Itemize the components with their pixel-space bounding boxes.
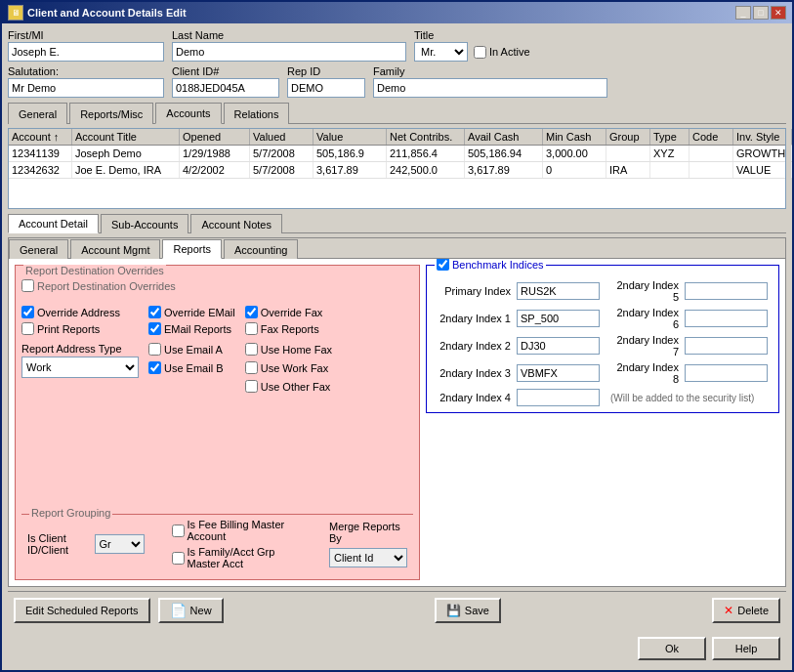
inner-tab-account-notes[interactable]: Account Notes xyxy=(190,214,282,233)
maximize-button[interactable]: □ xyxy=(753,6,769,20)
2ndary-1-input[interactable] xyxy=(517,310,600,327)
cell-avail-2: 3,617.89 xyxy=(465,162,543,178)
use-email-a-checkbox[interactable] xyxy=(148,343,161,356)
edit-scheduled-button[interactable]: Edit Scheduled Reports xyxy=(14,598,150,623)
override-fax-checkbox[interactable] xyxy=(245,306,258,318)
account-tab-reports[interactable]: Reports xyxy=(162,239,222,259)
table-row[interactable]: 12342632 Joe E. Demo, IRA 4/2/2002 5/7/2… xyxy=(9,162,785,179)
last-name-input[interactable] xyxy=(172,42,406,62)
address-type-select[interactable]: Work Home Other xyxy=(21,357,139,378)
tab-general[interactable]: General xyxy=(8,103,67,124)
tab-relations[interactable]: Relations xyxy=(224,103,290,124)
table-empty-space xyxy=(9,179,785,208)
tab-reports-misc[interactable]: Reports/Misc xyxy=(69,103,153,124)
override-address-checkbox[interactable] xyxy=(21,306,34,318)
footer-buttons: Edit Scheduled Reports 📄 New 💾 Save ✕ De… xyxy=(8,591,786,629)
use-home-fax-checkbox[interactable] xyxy=(245,343,258,356)
benchmark-box: Benchmark Indices Primary Index 2ndary I… xyxy=(426,265,779,413)
cell-type-1: XYZ xyxy=(650,146,690,161)
close-button[interactable]: ✕ xyxy=(771,6,786,20)
override-email-checkbox[interactable] xyxy=(148,306,161,318)
new-icon: 📄 xyxy=(170,603,187,618)
tab-accounts[interactable]: Accounts xyxy=(155,103,221,124)
ok-help-row: Ok Help xyxy=(8,633,786,664)
cell-account-2: 12342632 xyxy=(9,162,72,178)
cell-value-1: 505,186.9 xyxy=(313,146,387,161)
2ndary-7-input[interactable] xyxy=(685,337,768,355)
account-tab-accounting[interactable]: Accounting xyxy=(224,239,298,259)
main-window: 🖥 Client and Account Details Edit _ □ ✕ … xyxy=(0,0,794,672)
use-work-fax-checkbox[interactable] xyxy=(245,361,258,374)
right-panel: Benchmark Indices Primary Index 2ndary I… xyxy=(426,265,779,580)
2ndary-8-input[interactable] xyxy=(685,364,768,382)
inactive-checkbox[interactable] xyxy=(474,46,486,59)
fax-reports-label: Fax Reports xyxy=(245,322,332,335)
minimize-button[interactable]: _ xyxy=(735,6,751,20)
cell-type-2 xyxy=(650,162,690,178)
delete-icon: ✕ xyxy=(724,604,733,617)
2ndary-2-input[interactable] xyxy=(517,337,600,355)
col-valued: Valued xyxy=(250,129,313,145)
col-min-cash: Min Cash xyxy=(543,129,606,145)
2ndary-4-input[interactable] xyxy=(517,389,600,406)
2ndary-5-input[interactable] xyxy=(685,282,768,300)
primary-index-label: Primary Index xyxy=(433,285,511,297)
left-spacer xyxy=(21,399,413,508)
benchmark-checkbox[interactable] xyxy=(437,259,449,271)
report-addr-type-label: Report Address Type xyxy=(21,343,139,355)
primary-index-input[interactable] xyxy=(517,282,600,300)
use-home-fax-group: Use Home Fax xyxy=(245,343,332,356)
account-tab-general[interactable]: General xyxy=(9,239,68,259)
2ndary-5-label: 2ndary Index 5 xyxy=(610,279,679,303)
left-panel: Report Destination Overrides Report Dest… xyxy=(15,265,420,580)
col-title: Account Title xyxy=(72,129,180,145)
edit-scheduled-label: Edit Scheduled Reports xyxy=(25,605,139,616)
merge-reports-select[interactable]: Client Id Family Account xyxy=(329,548,407,567)
title-label: Title xyxy=(414,29,530,41)
2ndary-6-input[interactable] xyxy=(685,310,768,327)
family-master-label: Is Family/Acct Grp Master Acct xyxy=(172,546,302,569)
inner-tabs: Account Detail Sub-Accounts Account Note… xyxy=(8,213,786,233)
ok-button[interactable]: Ok xyxy=(638,637,706,660)
fax-reports-checkbox[interactable] xyxy=(245,322,258,335)
delete-button[interactable]: ✕ Delete xyxy=(712,598,780,623)
email-reports-checkbox[interactable] xyxy=(148,322,161,335)
fee-billing-checkbox[interactable] xyxy=(172,525,185,537)
last-name-label: Last Name xyxy=(172,29,406,41)
save-button[interactable]: 💾 Save xyxy=(435,598,501,623)
override-col-1: Override Address Print Reports Report Ad… xyxy=(21,306,139,393)
col-opened: Opened xyxy=(180,129,250,145)
use-other-fax-group: Use Other Fax xyxy=(245,380,332,393)
inactive-checkbox-label: In Active xyxy=(474,46,530,59)
family-input[interactable] xyxy=(373,78,607,98)
cell-valued-1: 5/7/2008 xyxy=(250,146,313,161)
use-other-fax-label: Use Other Fax xyxy=(245,380,332,393)
help-button[interactable]: Help xyxy=(712,637,780,660)
cell-valued-2: 5/7/2008 xyxy=(250,162,313,178)
new-button[interactable]: 📄 New xyxy=(158,598,224,623)
rep-id-input[interactable] xyxy=(287,78,365,98)
outer-tabs: General Reports/Misc Accounts Relations xyxy=(8,102,786,124)
first-mi-input[interactable] xyxy=(8,42,164,62)
2ndary-3-input[interactable] xyxy=(517,364,600,382)
inner-tab-account-detail[interactable]: Account Detail xyxy=(8,214,99,233)
table-row[interactable]: 12341139 Joseph Demo 1/29/1988 5/7/2008 … xyxy=(9,146,785,162)
report-dest-checkbox[interactable] xyxy=(21,279,34,292)
family-master-checkbox[interactable] xyxy=(172,552,185,565)
inner-tab-sub-accounts[interactable]: Sub-Accounts xyxy=(101,214,188,233)
use-email-b-checkbox[interactable] xyxy=(148,361,161,374)
account-tab-mgmt[interactable]: Account Mgmt xyxy=(70,239,160,259)
salutation-input[interactable] xyxy=(8,78,164,98)
use-email-a-group: Use Email A xyxy=(148,343,235,356)
cell-net-2: 242,500.0 xyxy=(387,162,465,178)
new-label: New xyxy=(190,605,212,616)
use-email-a-label: Use Email A xyxy=(148,343,235,356)
use-other-fax-checkbox[interactable] xyxy=(245,380,258,393)
lower-section: General Account Mgmt Reports Accounting … xyxy=(8,237,786,587)
client-id-select[interactable]: Gr Client xyxy=(95,534,145,554)
use-email-b-label: Use Email B xyxy=(148,361,235,374)
print-reports-checkbox[interactable] xyxy=(21,322,34,335)
cell-code-2 xyxy=(690,162,733,178)
client-id-input[interactable] xyxy=(172,78,279,98)
title-select[interactable]: Mr. Mrs. Ms. xyxy=(414,42,468,62)
